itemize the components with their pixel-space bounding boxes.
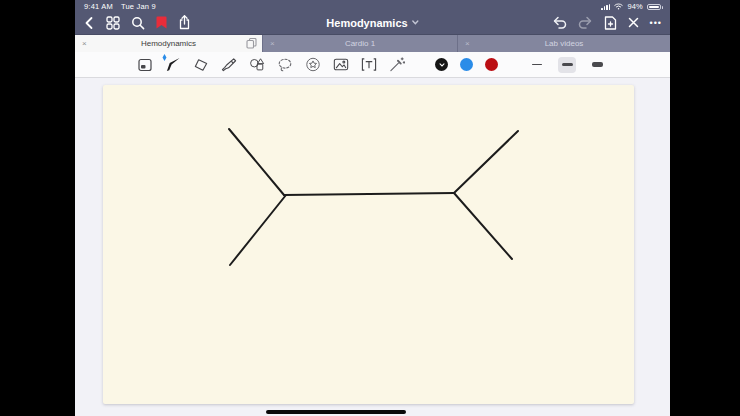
thickness-medium-button[interactable] <box>558 57 576 73</box>
video-frame: 9:41 AM Tue Jan 9 94% <box>0 0 740 416</box>
elements-tool-button[interactable] <box>137 56 153 74</box>
wifi-icon <box>614 3 623 10</box>
document-title-menu[interactable]: Hemodynamics <box>326 17 418 29</box>
navigation-bar: Hemodynamics <box>75 11 670 34</box>
stickers-tool-button[interactable] <box>305 56 321 74</box>
tab-pages-icon[interactable] <box>246 38 257 49</box>
chevron-down-icon <box>412 20 419 25</box>
thumbnails-grid-button[interactable] <box>106 16 120 30</box>
thickness-thick-button[interactable] <box>588 57 606 73</box>
tab-lab-videos[interactable]: × Lab videos <box>458 35 670 52</box>
tab-label: Hemodynamics <box>75 39 262 48</box>
canvas-area[interactable] <box>75 78 670 416</box>
pen-tool-button[interactable] <box>165 56 181 74</box>
home-indicator[interactable] <box>266 410 406 414</box>
status-date: Tue Jan 9 <box>121 2 156 11</box>
ink-strokes <box>103 85 634 404</box>
drawing-toolbar <box>75 52 670 78</box>
laser-pointer-tool-button[interactable] <box>389 56 405 74</box>
back-button[interactable] <box>83 16 95 30</box>
note-page[interactable] <box>103 85 634 404</box>
tab-label: Lab videos <box>458 39 670 48</box>
tab-label: Cardio 1 <box>263 39 457 48</box>
more-options-button[interactable]: ••• <box>650 18 662 28</box>
image-tool-button[interactable] <box>333 56 349 74</box>
status-bar: 9:41 AM Tue Jan 9 94% <box>75 0 670 11</box>
close-button[interactable] <box>628 17 639 28</box>
tab-hemodynamics[interactable]: × Hemodynamics <box>75 35 263 52</box>
battery-icon <box>647 4 661 10</box>
status-time: 9:41 AM <box>84 2 113 11</box>
highlighter-tool-button[interactable] <box>221 56 237 74</box>
redo-button[interactable] <box>578 16 593 29</box>
color-swatch-black[interactable] <box>435 58 448 71</box>
tab-cardio-1[interactable]: × Cardio 1 <box>263 35 458 52</box>
cellular-signal-icon <box>601 4 610 10</box>
undo-button[interactable] <box>552 16 567 29</box>
shapes-tool-button[interactable] <box>249 56 265 74</box>
text-tool-button[interactable] <box>361 56 377 74</box>
color-swatch-blue[interactable] <box>460 58 473 71</box>
tab-bar: × Hemodynamics × Cardio 1 × Lab videos <box>75 34 670 52</box>
notes-app-window: 9:41 AM Tue Jan 9 94% <box>75 0 670 416</box>
eraser-tool-button[interactable] <box>193 56 209 74</box>
pen-selected-indicator <box>162 54 167 61</box>
search-button[interactable] <box>131 16 145 30</box>
nav-right-group: ••• <box>552 16 662 30</box>
thickness-thin-button[interactable] <box>528 57 546 73</box>
add-page-button[interactable] <box>604 16 617 30</box>
nav-left-group <box>83 15 191 30</box>
document-title: Hemodynamics <box>326 17 407 29</box>
lasso-tool-button[interactable] <box>277 56 293 74</box>
bookmark-record-button[interactable] <box>156 16 167 29</box>
color-swatch-red[interactable] <box>485 58 498 71</box>
share-button[interactable] <box>178 15 191 30</box>
battery-percent: 94% <box>627 2 643 11</box>
